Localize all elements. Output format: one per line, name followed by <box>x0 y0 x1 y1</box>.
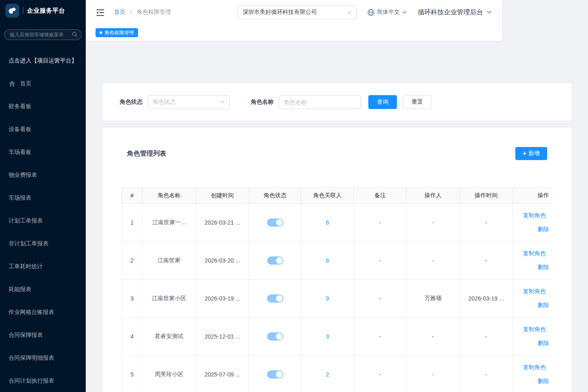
menu-fold-icon[interactable] <box>96 9 104 16</box>
sidebar-item[interactable]: 点击进入【项目运营平台】 <box>0 49 86 72</box>
tab-label: 角色权限管理 <box>105 29 134 36</box>
table-row: 2江南世家2026-03-20 ...6---复制角色编辑删除 <box>122 242 552 280</box>
sidebar-item[interactable]: 物业费报表 <box>0 164 86 187</box>
menu-search <box>4 29 82 40</box>
table-row: 1江南世家一...2026-03-21 ...6---复制角色编辑删除 <box>122 204 552 242</box>
cell-created-time: 2026-03-19 ... <box>196 280 249 318</box>
sidebar-item[interactable]: 计划工单报表 <box>0 209 86 232</box>
delete-link[interactable]: 删除 <box>538 378 549 385</box>
cell-status <box>249 356 301 392</box>
cell-created-time: 2025-07-09 ... <box>196 356 249 392</box>
delete-link[interactable]: 删除 <box>538 340 549 347</box>
app-logo-row: 企业服务平台 <box>0 0 86 21</box>
copy-role-link[interactable]: 复制角色 <box>523 250 546 257</box>
sidebar-item-label: 设备看板 <box>9 126 31 133</box>
sidebar-item[interactable]: 车场报表 <box>0 187 86 209</box>
cell-remark: - <box>354 280 407 318</box>
delete-link[interactable]: 删除 <box>538 302 549 309</box>
status-toggle[interactable] <box>267 218 283 227</box>
status-toggle[interactable] <box>267 370 283 379</box>
sidebar-item-label: 物业费报表 <box>9 172 37 179</box>
header: 首页 / 角色权限管理 深圳市美好循环科技有限公司 简体中文 循环科技企业管理后… <box>86 0 502 41</box>
status-toggle[interactable] <box>267 294 283 303</box>
cell-created-time: 2026-03-21 ... <box>196 204 249 242</box>
sidebar-item-label: 车场报表 <box>9 194 31 202</box>
plus-icon: + <box>523 150 526 157</box>
sidebar-item[interactable]: 耗能报表 <box>0 278 86 301</box>
table-row: 3江南世家小区2026-03-19 ...9-万雅颂2026-03-19 ...… <box>122 280 552 318</box>
status-toggle[interactable] <box>267 332 283 341</box>
copy-role-link[interactable]: 复制角色 <box>523 326 546 333</box>
status-filter-select[interactable]: 角色状态 <box>148 95 229 109</box>
sidebar-item-label: 作业网格台账报表 <box>9 309 54 316</box>
name-filter-label: 角色名称 <box>251 98 274 106</box>
globe-icon <box>368 9 374 16</box>
reset-button[interactable]: 重置 <box>403 95 432 109</box>
sidebar-item[interactable]: 工单耗时统计 <box>0 255 86 278</box>
company-select-value: 深圳市美好循环科技有限公司 <box>243 9 317 16</box>
company-select[interactable]: 深圳市美好循环科技有限公司 <box>237 5 357 19</box>
portal-menu[interactable]: 循环科技企业管理后台 <box>418 8 492 17</box>
sidebar-item-label: 非计划工单报表 <box>9 240 49 247</box>
sidebar-item-label: 合同保障报表 <box>9 332 43 339</box>
search-icon <box>72 31 78 37</box>
cell-status <box>249 280 301 318</box>
status-toggle[interactable] <box>267 256 283 265</box>
copy-role-link[interactable]: 复制角色 <box>523 212 546 219</box>
toggle-knob <box>276 219 283 226</box>
sidebar-item[interactable]: 合同保障明细报表 <box>0 347 86 370</box>
menu-search-input[interactable] <box>4 29 82 40</box>
related-count-link[interactable]: 6 <box>326 219 329 226</box>
query-button[interactable]: 查询 <box>368 95 397 109</box>
cell-index: 2 <box>122 242 143 280</box>
sidebar-item[interactable]: 设备看板 <box>0 118 86 141</box>
language-switcher[interactable]: 简体中文 <box>368 9 407 16</box>
sidebar-item[interactable]: 非计划工单报表 <box>0 232 86 255</box>
tab-role-permission[interactable]: 角色权限管理 <box>96 28 138 37</box>
chevron-down-icon <box>347 11 352 14</box>
sidebar-item[interactable]: 首页 <box>0 72 86 95</box>
roles-table: #角色名称创建时间角色状态角色关联人备注操作人操作时间操作 1江南世家一...2… <box>122 187 552 392</box>
cell-related-count: 9 <box>301 280 354 318</box>
portal-title: 循环科技企业管理后台 <box>418 8 483 17</box>
copy-role-link[interactable]: 复制角色 <box>523 288 546 295</box>
breadcrumb-home-link[interactable]: 首页 <box>114 9 125 15</box>
sidebar-item[interactable]: 财务看板 <box>0 95 86 118</box>
logo-divider <box>23 7 23 14</box>
delete-link[interactable]: 删除 <box>538 226 549 233</box>
action-links: 复制角色编辑删除 <box>513 364 552 385</box>
add-button[interactable]: + 新增 <box>515 147 547 160</box>
cell-related-count: 6 <box>301 242 354 280</box>
column-header: 角色名称 <box>143 187 196 204</box>
related-count-link[interactable]: 6 <box>326 257 329 264</box>
cell-role-name: 江南世家小区 <box>143 280 196 318</box>
app-logo-icon <box>5 4 19 18</box>
table-head-row: 角色管理列表 + 新增 <box>122 128 552 160</box>
sidebar-item[interactable]: 作业网格台账报表 <box>0 301 86 324</box>
cell-operator: - <box>407 242 460 280</box>
related-count-link[interactable]: 3 <box>326 333 329 340</box>
copy-role-link[interactable]: 复制角色 <box>523 364 546 371</box>
related-count-link[interactable]: 9 <box>326 295 329 302</box>
main-area: 首页 / 角色权限管理 深圳市美好循环科技有限公司 简体中文 循环科技企业管理后… <box>86 0 588 392</box>
sidebar-item-label: 首页 <box>20 80 31 87</box>
column-header: 操作 <box>513 187 552 204</box>
sidebar-item[interactable]: 车场看板 <box>0 141 86 164</box>
name-filter-input[interactable] <box>279 95 361 109</box>
sidebar: 企业服务平台 点击进入【项目运营平台】首页财务看板设备看板车场看板物业费报表车场… <box>0 0 86 392</box>
table-title: 角色管理列表 <box>127 149 166 158</box>
related-count-link[interactable]: 2 <box>326 371 329 378</box>
cell-actions: 复制角色编辑删除 <box>513 280 552 318</box>
column-header: 操作时间 <box>460 187 513 204</box>
delete-link[interactable]: 删除 <box>538 264 549 271</box>
cell-index: 4 <box>122 318 143 356</box>
cell-operate-time: - <box>460 242 513 280</box>
sidebar-item[interactable]: 合同保障报表 <box>0 324 86 347</box>
breadcrumb-separator: / <box>130 9 132 15</box>
sidebar-item-label: 财务看板 <box>9 103 31 110</box>
action-links: 复制角色编辑删除 <box>513 326 552 347</box>
sidebar-item[interactable]: 合同计划执行报表 <box>0 370 86 392</box>
sidebar-item-label: 车场看板 <box>9 149 31 156</box>
chevron-down-icon <box>487 11 492 14</box>
chevron-down-icon <box>220 100 225 103</box>
